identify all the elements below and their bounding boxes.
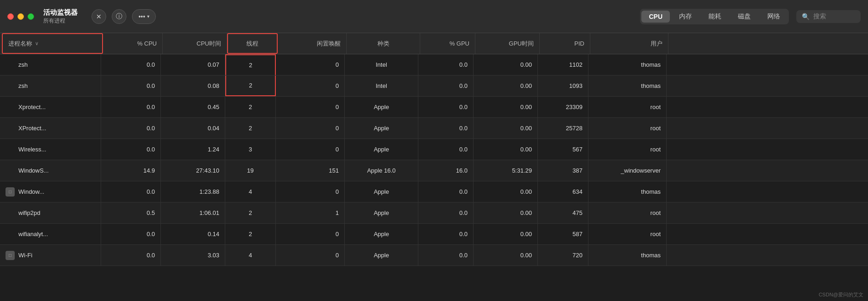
cell-pid: 1102	[538, 54, 588, 75]
col-header-gpu-time[interactable]: GPU时间	[475, 33, 540, 54]
info-icon-btn[interactable]: ⓘ	[112, 9, 126, 24]
tab-cpu[interactable]: CPU	[641, 11, 670, 23]
cell-gpu-time: 0.00	[474, 203, 538, 223]
table-row[interactable]: WindowS... 14.9 27:43.10 19 151 Apple 16…	[0, 160, 868, 181]
cell-process: zsh	[0, 54, 101, 75]
cell-user: root	[588, 139, 667, 160]
col-header-process[interactable]: 进程名称 ∨	[2, 33, 103, 54]
cell-kind: Apple 16.0	[345, 160, 418, 181]
cell-gpu-time: 0.00	[474, 54, 538, 75]
cell-threads: 2	[225, 118, 276, 139]
close-icon-btn[interactable]: ✕	[91, 9, 106, 24]
app-title-block: 活动监视器 所有进程	[43, 8, 78, 25]
tab-memory[interactable]: 内存	[672, 10, 699, 23]
cell-process: Xprotect...	[0, 97, 101, 117]
cell-idle-wake: 0	[276, 139, 345, 160]
table-row[interactable]: □ Window... 0.0 1:23.88 4 0 Apple 0.0 0.…	[0, 181, 868, 203]
tab-network[interactable]: 网络	[760, 10, 788, 23]
table-row[interactable]: □ Wi-Fi 0.0 3.03 4 0 Apple 0.0 0.00 720 …	[0, 245, 868, 266]
table-row[interactable]: XProtect... 0.0 0.04 2 0 Apple 0.0 0.00 …	[0, 118, 868, 139]
cell-cpu-pct: 0.0	[101, 139, 161, 160]
cell-cpu-time: 27:43.10	[161, 160, 225, 181]
cell-gpu-time: 0.00	[474, 118, 538, 139]
cell-pid: 567	[538, 139, 588, 160]
table-row[interactable]: Wireless... 0.0 1.24 3 0 Apple 0.0 0.00 …	[0, 139, 868, 160]
tab-disk[interactable]: 磁盘	[731, 10, 758, 23]
table-row[interactable]: Xprotect... 0.0 0.45 2 0 Apple 0.0 0.00 …	[0, 97, 868, 118]
cell-threads: 2	[225, 97, 276, 117]
col-header-cpu-time[interactable]: CPU时间	[163, 33, 227, 54]
cell-kind: Intel	[345, 54, 418, 75]
cell-cpu-pct: 0.0	[101, 245, 161, 266]
cell-kind: Apple	[345, 245, 418, 266]
cell-pid: 25728	[538, 118, 588, 139]
cell-gpu-time: 0.00	[474, 224, 538, 244]
more-btn[interactable]: ••• ▾	[132, 9, 156, 24]
cell-gpu-time: 0.00	[474, 181, 538, 202]
col-header-idle-wake[interactable]: 闲置唤醒	[278, 33, 347, 54]
cell-process: WindowS...	[0, 160, 101, 181]
cell-threads: 2	[225, 224, 276, 244]
cell-user: root	[588, 118, 667, 139]
col-header-kind[interactable]: 种类	[347, 33, 420, 54]
cell-threads: 2	[225, 54, 276, 75]
titlebar: 活动监视器 所有进程 ✕ ⓘ ••• ▾ CPU 内存 能耗 磁盘 网络 🔍 搜…	[0, 0, 868, 33]
cell-user: root	[588, 224, 667, 244]
cell-cpu-pct: 0.0	[101, 224, 161, 244]
cell-cpu-pct: 14.9	[101, 160, 161, 181]
cell-cpu-time: 1:06.01	[161, 203, 225, 223]
search-box[interactable]: 🔍 搜索	[796, 10, 861, 23]
cell-kind: Apple	[345, 139, 418, 160]
dropdown-icon: ▾	[147, 14, 149, 19]
cell-cpu-time: 3.03	[161, 245, 225, 266]
col-header-pid[interactable]: PID	[540, 33, 590, 54]
fullscreen-button[interactable]	[28, 13, 34, 20]
cell-gpu-time: 5:31.29	[474, 160, 538, 181]
titlebar-controls: ✕ ⓘ ••• ▾	[91, 9, 156, 24]
cell-threads: 4	[225, 181, 276, 202]
minimize-button[interactable]	[17, 13, 24, 20]
col-header-gpu-pct[interactable]: % GPU	[420, 33, 475, 54]
table-header: 进程名称 ∨ % CPU CPU时间 线程 闲置唤醒 种类 % GPU GPU时…	[0, 33, 868, 54]
cell-process: wifip2pd	[0, 203, 101, 223]
cell-cpu-pct: 0.0	[101, 97, 161, 117]
cell-gpu-pct: 0.0	[418, 75, 474, 96]
cell-gpu-pct: 0.0	[418, 203, 474, 223]
table-row[interactable]: wifianalyt... 0.0 0.14 2 0 Apple 0.0 0.0…	[0, 224, 868, 245]
cell-threads: 2	[225, 75, 276, 96]
cell-gpu-pct: 0.0	[418, 139, 474, 160]
process-icon: □	[6, 251, 15, 260]
cell-cpu-pct: 0.0	[101, 54, 161, 75]
app-window: 活动监视器 所有进程 ✕ ⓘ ••• ▾ CPU 内存 能耗 磁盘 网络 🔍 搜…	[0, 0, 868, 301]
cell-process: wifianalyt...	[0, 224, 101, 244]
table-row[interactable]: wifip2pd 0.5 1:06.01 2 1 Apple 0.0 0.00 …	[0, 203, 868, 224]
col-header-cpu-pct[interactable]: % CPU	[103, 33, 163, 54]
cell-user: _windowserver	[588, 160, 667, 181]
col-header-threads[interactable]: 线程	[227, 33, 278, 54]
cell-process: Wireless...	[0, 139, 101, 160]
cell-pid: 634	[538, 181, 588, 202]
cell-idle-wake: 0	[276, 245, 345, 266]
watermark: CSDN@爱问的艾文	[819, 291, 863, 298]
tab-energy[interactable]: 能耗	[701, 10, 729, 23]
cell-gpu-pct: 0.0	[418, 181, 474, 202]
close-button[interactable]	[7, 13, 14, 20]
cell-idle-wake: 0	[276, 75, 345, 96]
app-title: 活动监视器	[43, 8, 78, 17]
app-subtitle: 所有进程	[43, 17, 78, 25]
table-row[interactable]: zsh 0.0 0.08 2 0 Intel 0.0 0.00 1093 tho…	[0, 75, 868, 97]
cell-pid: 23309	[538, 97, 588, 117]
cell-idle-wake: 0	[276, 54, 345, 75]
cell-cpu-pct: 0.0	[101, 118, 161, 139]
cell-cpu-time: 0.14	[161, 224, 225, 244]
cell-user: root	[588, 203, 667, 223]
cell-gpu-pct: 0.0	[418, 54, 474, 75]
cell-user: thomas	[588, 54, 667, 75]
cell-cpu-time: 0.08	[161, 75, 225, 96]
cell-idle-wake: 151	[276, 160, 345, 181]
col-header-user[interactable]: 用户	[590, 33, 668, 54]
cell-gpu-time: 0.00	[474, 97, 538, 117]
cell-cpu-time: 1:23.88	[161, 181, 225, 202]
cell-process: zsh	[0, 75, 101, 96]
table-row[interactable]: zsh 0.0 0.07 2 0 Intel 0.0 0.00 1102 tho…	[0, 54, 868, 75]
